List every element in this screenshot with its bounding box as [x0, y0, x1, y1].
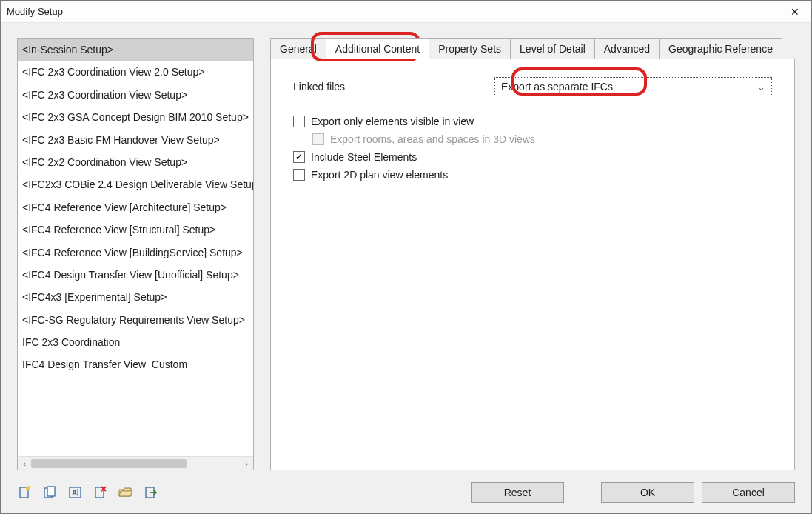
right-panel: General Additional Content Property Sets…	[270, 38, 795, 470]
tab-general[interactable]: General	[270, 38, 326, 59]
list-item[interactable]: <IFC 2x3 Coordination View 2.0 Setup>	[18, 61, 253, 83]
tab-advanced[interactable]: Advanced	[594, 38, 660, 59]
dialog-body: <In-Session Setup> <IFC 2x3 Coordination…	[1, 23, 811, 476]
list-item[interactable]: IFC4 Design Transfer View_Custom	[18, 353, 253, 376]
checkbox-export-visible[interactable]	[293, 116, 305, 127]
scroll-track[interactable]	[31, 458, 240, 469]
tab-level-of-detail[interactable]: Level of Detail	[510, 38, 595, 59]
list-item[interactable]: <IFC-SG Regulatory Requirements View Set…	[18, 309, 253, 331]
window-title: Modify Setup	[7, 6, 778, 17]
option-export-visible[interactable]: Export only elements visible in view	[293, 116, 772, 127]
tab-additional-content[interactable]: Additional Content	[326, 38, 429, 59]
close-icon: ✕	[791, 6, 799, 18]
linked-files-dropdown[interactable]: Export as separate IFCs ⌄	[494, 77, 772, 96]
scroll-left-icon[interactable]: ‹	[18, 457, 31, 470]
checkbox-export-2d[interactable]	[293, 169, 305, 181]
ok-button[interactable]: OK	[601, 482, 694, 503]
list-item[interactable]: <IFC4 Design Transfer View [Unofficial] …	[18, 264, 253, 286]
reset-button[interactable]: Reset	[471, 482, 564, 503]
list-item[interactable]: <IFC4 Reference View [Structural] Setup>	[18, 218, 253, 241]
delete-setup-button[interactable]	[93, 484, 109, 501]
checkbox-include-steel[interactable]	[293, 151, 305, 163]
list-item[interactable]: <IFC4 Reference View [Architecture] Setu…	[18, 196, 253, 218]
horizontal-scrollbar[interactable]: ‹ ›	[18, 456, 253, 470]
close-button[interactable]: ✕	[778, 1, 811, 23]
option-include-steel[interactable]: Include Steel Elements	[293, 151, 772, 163]
svg-text:A: A	[72, 489, 77, 497]
tabpage-additional-content: Linked files Export as separate IFCs ⌄ E…	[270, 59, 795, 470]
setup-toolbar: A	[17, 484, 159, 501]
new-setup-button[interactable]	[17, 484, 33, 501]
linked-files-row: Linked files Export as separate IFCs ⌄	[293, 77, 772, 96]
list-item[interactable]: <In-Session Setup>	[18, 39, 253, 61]
export-setup-button[interactable]	[143, 484, 159, 501]
setup-list[interactable]: <In-Session Setup> <IFC 2x3 Coordination…	[17, 38, 254, 470]
tab-property-sets[interactable]: Property Sets	[429, 38, 511, 59]
setup-list-inner: <In-Session Setup> <IFC 2x3 Coordination…	[18, 39, 253, 456]
duplicate-icon	[44, 486, 57, 499]
dialog-footer: A Reset OK Cancel	[1, 476, 811, 513]
tabstrip: General Additional Content Property Sets…	[270, 38, 795, 59]
folder-open-icon	[118, 486, 133, 499]
option-export-rooms: Export rooms, areas and spaces in 3D vie…	[312, 133, 772, 145]
svg-point-1	[26, 486, 30, 490]
svg-rect-3	[47, 487, 55, 496]
option-export-2d[interactable]: Export 2D plan view elements	[293, 169, 772, 181]
linked-files-dropdown-value: Export as separate IFCs	[501, 81, 757, 93]
checkbox-export-rooms	[312, 133, 324, 145]
option-label: Export 2D plan view elements	[311, 169, 448, 181]
tab-geographic-reference[interactable]: Geographic Reference	[659, 38, 782, 59]
list-item[interactable]: <IFC 2x3 Basic FM Handover View Setup>	[18, 129, 253, 151]
option-label: Include Steel Elements	[311, 151, 417, 163]
rename-setup-button[interactable]: A	[67, 484, 84, 501]
option-label: Export rooms, areas and spaces in 3D vie…	[330, 133, 535, 145]
delete-icon	[94, 486, 107, 499]
modify-setup-dialog: Modify Setup ✕ <In-Session Setup> <IFC 2…	[0, 0, 812, 514]
rename-icon: A	[69, 486, 82, 499]
list-item[interactable]: <IFC 2x3 Coordination View Setup>	[18, 84, 253, 106]
chevron-down-icon: ⌄	[757, 81, 765, 93]
list-item[interactable]: <IFC4x3 [Experimental] Setup>	[18, 286, 253, 308]
titlebar: Modify Setup ✕	[1, 1, 811, 23]
list-item[interactable]: <IFC2x3 COBie 2.4 Design Deliverable Vie…	[18, 173, 253, 196]
scroll-right-icon[interactable]: ›	[240, 457, 253, 470]
svg-rect-7	[95, 487, 104, 498]
list-item[interactable]: <IFC4 Reference View [BuildingService] S…	[18, 241, 253, 264]
list-item[interactable]: <IFC 2x2 Coordination View Setup>	[18, 151, 253, 173]
duplicate-setup-button[interactable]	[42, 484, 58, 501]
import-setup-button[interactable]	[118, 484, 134, 501]
linked-files-label: Linked files	[293, 81, 345, 93]
scroll-thumb[interactable]	[31, 459, 187, 468]
new-doc-icon	[19, 486, 32, 499]
export-icon	[144, 486, 158, 499]
option-label: Export only elements visible in view	[311, 116, 474, 127]
list-item[interactable]: IFC 2x3 Coordination	[18, 331, 253, 353]
cancel-button[interactable]: Cancel	[702, 482, 795, 503]
list-item[interactable]: <IFC 2x3 GSA Concept Design BIM 2010 Set…	[18, 106, 253, 128]
